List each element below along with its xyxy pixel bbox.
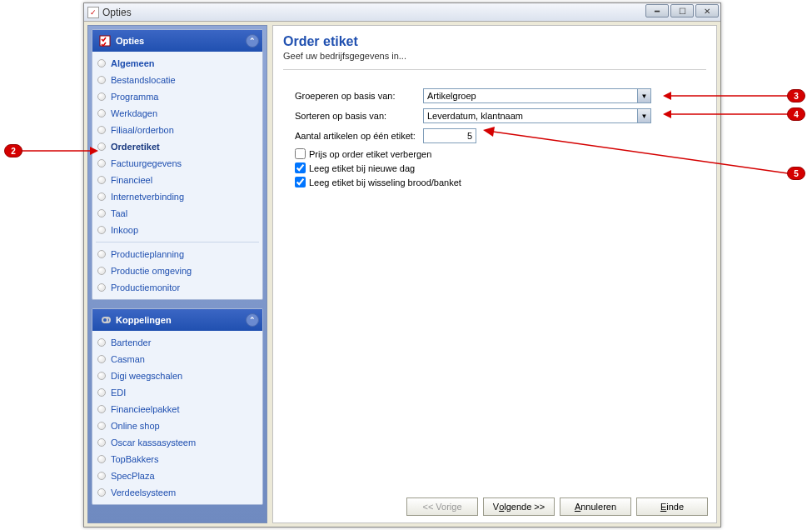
sidebar-item[interactable]: Filiaal/orderbon xyxy=(94,122,261,138)
sidebar-item-label: Oscar kassasysteem xyxy=(111,436,196,449)
sidebar-item[interactable]: Orderetiket xyxy=(94,138,261,155)
app-icon: ✓ xyxy=(87,7,99,18)
panel-opties: Opties ⌃ AlgemeenBestandslocatieProgramm… xyxy=(92,29,263,300)
dropdown-value: Artikelgroep xyxy=(424,91,637,101)
panel-body-koppelingen: BartenderCasmanDigi weegschalenEDIFinanc… xyxy=(92,331,262,504)
sidebar-item-label: Productieplanning xyxy=(111,248,184,261)
sidebar-item[interactable]: Bartender xyxy=(94,334,261,351)
bullet-icon xyxy=(97,355,106,363)
check-empty-switch[interactable]: Leeg etiket bij wisseling brood/banket xyxy=(295,177,706,188)
bullet-icon xyxy=(97,176,106,184)
bullet-icon xyxy=(97,488,106,497)
page-subtitle: Geef uw bedrijfsgegevens in... xyxy=(283,51,706,61)
sidebar-item-label: Bestandslocatie xyxy=(111,73,176,87)
sidebar-item[interactable]: EDI xyxy=(94,384,261,401)
input-articles-per-label[interactable] xyxy=(423,128,476,143)
bullet-icon xyxy=(97,142,106,151)
collapse-icon[interactable]: ⌃ xyxy=(246,34,259,48)
panel-title: Opties xyxy=(116,36,144,46)
sidebar-item[interactable]: Oscar kassasysteem xyxy=(94,434,261,451)
sidebar-item[interactable]: Online shop xyxy=(94,418,261,434)
sidebar-item-label: Algemeen xyxy=(111,57,155,70)
label-group-by: Groeperen op basis van: xyxy=(295,91,423,101)
sidebar-item[interactable]: Werkdagen xyxy=(94,105,261,122)
sidebar-item[interactable]: Inkoop xyxy=(94,222,261,238)
bullet-icon xyxy=(97,226,106,234)
sidebar: Opties ⌃ AlgemeenBestandslocatieProgramm… xyxy=(87,25,267,523)
row-group-by: Groeperen op basis van: Artikelgroep ▼ xyxy=(295,88,706,103)
callout-3: 3 xyxy=(787,89,805,102)
bullet-icon xyxy=(97,159,106,168)
collapse-icon[interactable]: ⌃ xyxy=(246,313,259,327)
panel-header-koppelingen[interactable]: Koppelingen ⌃ xyxy=(92,309,262,331)
checkbox-empty-switch[interactable] xyxy=(295,177,306,188)
window-controls: ━ ☐ ✕ xyxy=(645,4,719,18)
cancel-button[interactable]: Annuleren xyxy=(560,498,631,516)
sidebar-item-label: Factuurgegevens xyxy=(111,157,182,170)
end-button[interactable]: Einde xyxy=(636,498,708,516)
minimize-button[interactable]: ━ xyxy=(645,4,669,18)
sidebar-item-label: SpecPlaza xyxy=(111,469,155,482)
callout-4: 4 xyxy=(787,108,805,121)
sidebar-item[interactable]: Bestandslocatie xyxy=(94,72,261,88)
window-title: Opties xyxy=(102,7,132,18)
sidebar-item[interactable]: SpecPlaza xyxy=(94,468,261,484)
row-articles-per-label: Aantal artikelen op één etiket: xyxy=(295,128,706,143)
close-button[interactable]: ✕ xyxy=(695,4,719,18)
sidebar-item[interactable]: Taal xyxy=(94,205,261,222)
main-content: Order etiket Geef uw bedrijfsgegevens in… xyxy=(272,25,717,523)
prev-button[interactable]: << Vorige xyxy=(406,498,478,516)
dropdown-sort-by[interactable]: Leverdatum, klantnaam ▼ xyxy=(423,108,651,123)
sidebar-item-label: Orderetiket xyxy=(111,140,160,153)
sidebar-item[interactable]: Financieel xyxy=(94,172,261,188)
bullet-icon xyxy=(97,209,106,218)
sidebar-item-label: Bartender xyxy=(111,336,151,349)
sidebar-item[interactable]: Productieplanning xyxy=(94,246,261,262)
titlebar: ✓ Opties ━ ☐ ✕ xyxy=(84,3,720,22)
bullet-icon xyxy=(97,126,106,134)
maximize-button[interactable]: ☐ xyxy=(670,4,694,18)
bullet-icon xyxy=(97,192,106,201)
sidebar-item-label: Financieel xyxy=(111,173,152,187)
bullet-icon xyxy=(97,405,106,413)
bullet-icon xyxy=(97,372,106,380)
sidebar-item[interactable]: Productie omgeving xyxy=(94,262,261,279)
options-window: ✓ Opties ━ ☐ ✕ Opties ⌃ AlgemeenBestands… xyxy=(83,2,721,528)
checkbox-hide-price[interactable] xyxy=(295,148,306,159)
panel-header-opties[interactable]: Opties ⌃ xyxy=(92,30,262,52)
bullet-icon xyxy=(97,250,106,258)
bullet-icon xyxy=(97,338,106,347)
page-title: Order etiket xyxy=(283,34,706,49)
sidebar-item[interactable]: Financieelpakket xyxy=(94,401,261,418)
sidebar-item-label: Online shop xyxy=(111,419,160,432)
bullet-icon xyxy=(97,388,106,397)
sidebar-item[interactable]: TopBakkers xyxy=(94,451,261,468)
sidebar-item[interactable]: Verdeelsysteem xyxy=(94,484,261,501)
check-empty-new-day[interactable]: Leeg etiket bij nieuwe dag xyxy=(295,162,706,173)
sidebar-item-label: Inkoop xyxy=(111,223,138,237)
sidebar-item[interactable]: Internetverbinding xyxy=(94,188,261,205)
dropdown-group-by[interactable]: Artikelgroep ▼ xyxy=(423,88,651,103)
bullet-icon xyxy=(97,455,106,463)
sidebar-item-label: Casman xyxy=(111,352,145,366)
sidebar-item[interactable]: Programma xyxy=(94,88,261,105)
chevron-down-icon: ▼ xyxy=(637,109,650,122)
check-hide-price[interactable]: Prijs op order etiket verbergen xyxy=(295,148,706,159)
row-sort-by: Sorteren op basis van: Leverdatum, klant… xyxy=(295,108,706,123)
sidebar-item[interactable]: Factuurgegevens xyxy=(94,155,261,172)
sidebar-item-label: TopBakkers xyxy=(111,452,158,466)
sidebar-item-label: Filiaal/orderbon xyxy=(111,123,174,137)
check-label: Leeg etiket bij wisseling brood/banket xyxy=(309,178,461,188)
checkbox-empty-new-day[interactable] xyxy=(295,162,306,173)
bullet-icon xyxy=(97,438,106,447)
divider xyxy=(283,69,706,70)
sidebar-item[interactable]: Productiemonitor xyxy=(94,279,261,296)
form-area: Groeperen op basis van: Artikelgroep ▼ S… xyxy=(283,88,706,191)
button-bar: << Vorige Volgende >> Annuleren Einde xyxy=(406,498,708,516)
check-label: Leeg etiket bij nieuwe dag xyxy=(309,163,415,173)
next-button[interactable]: Volgende >> xyxy=(483,498,555,516)
sidebar-item[interactable]: Digi weegschalen xyxy=(94,368,261,384)
sidebar-item-label: Programma xyxy=(111,90,158,103)
sidebar-item[interactable]: Casman xyxy=(94,351,261,368)
sidebar-item[interactable]: Algemeen xyxy=(94,55,261,72)
